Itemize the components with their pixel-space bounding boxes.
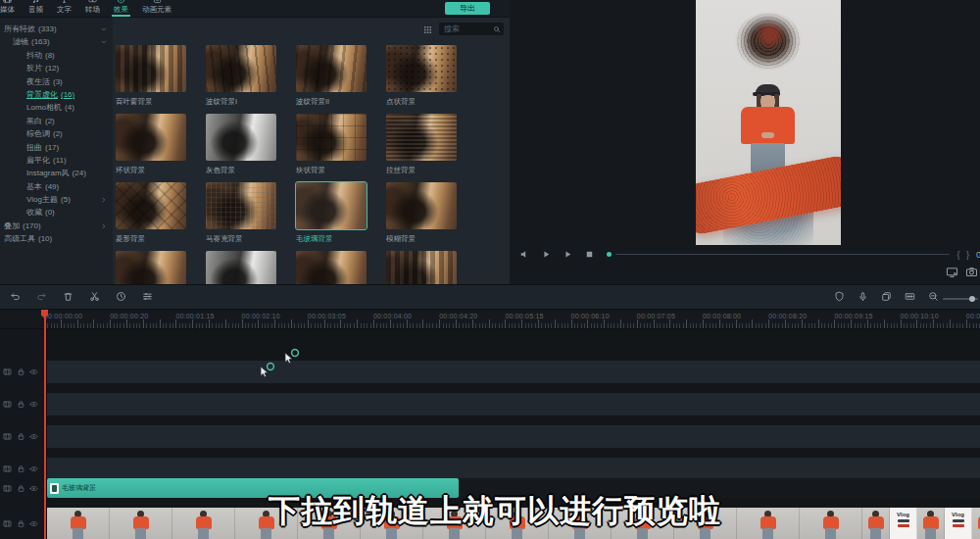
delete-icon[interactable] — [63, 291, 74, 302]
effect-thumbnail[interactable] — [116, 182, 186, 229]
effect-thumbnail[interactable] — [206, 251, 276, 284]
effect-thumbnail[interactable] — [206, 182, 276, 229]
effect-item[interactable]: 环状背景 — [116, 114, 186, 182]
effect-item[interactable]: 百叶窗背景 — [116, 45, 186, 114]
effect-item[interactable] — [296, 251, 367, 284]
timeline-track[interactable] — [47, 393, 980, 416]
effect-item[interactable]: 拉丝背景 — [386, 114, 457, 182]
effect-thumbnail[interactable] — [206, 114, 276, 161]
effect-item[interactable] — [206, 251, 276, 284]
effect-thumbnail[interactable] — [296, 114, 367, 161]
effect-thumbnail[interactable] — [116, 45, 186, 92]
track-visibility-icon[interactable] — [29, 432, 38, 441]
snapshot-camera-icon[interactable] — [965, 266, 978, 278]
mute-icon[interactable] — [519, 249, 530, 260]
sidebar-item[interactable]: 扭曲(17) — [0, 141, 113, 154]
track-visibility-icon[interactable] — [29, 519, 38, 528]
timeline-track[interactable] — [47, 458, 980, 480]
effect-thumbnail[interactable] — [206, 45, 276, 92]
effect-item[interactable]: 点状背景 — [386, 45, 457, 114]
timeline-track[interactable] — [47, 361, 980, 383]
track-manager-icon[interactable] — [142, 291, 153, 302]
effect-item[interactable]: 块状背景 — [296, 114, 367, 182]
effect-item[interactable]: 模糊背景 — [386, 182, 457, 251]
effect-item[interactable] — [116, 251, 186, 284]
effect-item[interactable]: 波纹背景II — [296, 45, 367, 114]
playhead-line[interactable] — [44, 310, 46, 539]
chevron-right-icon[interactable] — [100, 196, 108, 204]
track-lock-icon[interactable] — [17, 465, 25, 473]
track-lock-icon[interactable] — [17, 519, 25, 528]
chevron-right-icon[interactable] — [100, 222, 108, 230]
sidebar-item[interactable]: 抖动(8) — [0, 49, 113, 62]
effect-item[interactable]: 毛玻璃背景 — [296, 182, 367, 251]
record-voiceover-icon[interactable] — [858, 291, 868, 302]
timeline-zoom-slider-handle[interactable] — [969, 296, 975, 302]
track-lock-icon[interactable] — [17, 484, 25, 493]
effect-thumbnail[interactable] — [116, 114, 186, 161]
split-scissors-icon[interactable] — [89, 291, 100, 302]
search-icon[interactable] — [493, 25, 501, 33]
effect-thumbnail[interactable] — [386, 45, 457, 92]
chevron-down-icon[interactable] — [100, 25, 108, 33]
chevron-down-icon[interactable] — [100, 38, 108, 46]
sidebar-item[interactable]: Lomo相机(4) — [0, 101, 113, 114]
sidebar-item[interactable]: 所有特效(333) — [0, 23, 113, 35]
mark-in-out-icon[interactable]: { } — [956, 250, 971, 260]
track-lock-icon[interactable] — [17, 400, 25, 409]
effect-item[interactable]: 波纹背景I — [206, 45, 276, 114]
search-input[interactable] — [442, 24, 493, 33]
undo-icon[interactable] — [10, 291, 21, 302]
timeline-zoom-slider[interactable] — [943, 298, 978, 300]
play-icon[interactable] — [563, 249, 573, 260]
search-box[interactable] — [439, 23, 504, 35]
sidebar-item[interactable]: Vlog主题(5) — [0, 193, 113, 206]
effect-item[interactable]: 菱形背景 — [116, 182, 186, 251]
effect-thumbnail[interactable] — [386, 114, 457, 161]
render-shield-icon[interactable] — [834, 291, 845, 302]
sidebar-item[interactable]: 棕色调(2) — [0, 127, 113, 140]
effect-item[interactable]: 马赛克背景 — [206, 182, 276, 251]
track-lock-icon[interactable] — [17, 432, 25, 441]
effect-thumbnail[interactable] — [386, 251, 457, 284]
sidebar-item[interactable]: 黑白(2) — [0, 115, 113, 127]
zoom-to-fit-icon[interactable] — [905, 291, 915, 302]
sidebar-item[interactable]: 基本(49) — [0, 180, 113, 193]
effect-thumbnail[interactable] — [296, 45, 367, 92]
tab-effects[interactable]: 效果 — [107, 0, 135, 17]
effect-item[interactable]: 灰色背景 — [206, 114, 276, 182]
sidebar-item[interactable]: 滤镜(163) — [0, 35, 113, 48]
previous-frame-icon[interactable] — [541, 249, 552, 260]
zoom-out-icon[interactable] — [928, 291, 939, 302]
sidebar-item[interactable]: 夜生活(3) — [0, 75, 113, 88]
timeline-track[interactable] — [47, 425, 980, 448]
track-visibility-icon[interactable] — [29, 368, 38, 376]
sidebar-item[interactable]: 扁平化(11) — [0, 154, 113, 167]
tab-elements[interactable]: 动画元素 — [135, 0, 178, 17]
sidebar-item[interactable]: 收藏(0) — [0, 206, 113, 219]
grid-view-icon[interactable] — [422, 24, 433, 35]
stop-icon[interactable] — [584, 249, 595, 260]
effect-thumbnail[interactable] — [386, 182, 457, 229]
timeline-ruler[interactable]: 00:00:00:0000:00:00:2000:00:01:1500:00:0… — [0, 310, 980, 329]
snapshot-layers-icon[interactable] — [881, 291, 892, 302]
playback-progress-bar[interactable] — [615, 254, 950, 255]
effect-thumbnail[interactable] — [296, 182, 367, 229]
display-settings-icon[interactable] — [946, 266, 958, 278]
track-lock-icon[interactable] — [17, 368, 25, 376]
effect-thumbnail[interactable] — [296, 251, 367, 284]
sidebar-item[interactable]: 背景虚化(16) — [0, 88, 113, 101]
export-button[interactable]: 导出 — [445, 2, 490, 15]
effect-thumbnail[interactable] — [116, 251, 186, 284]
track-visibility-icon[interactable] — [29, 400, 38, 409]
sidebar-item[interactable]: 高级工具(10) — [0, 232, 113, 245]
redo-icon[interactable] — [36, 291, 47, 302]
effect-item[interactable] — [386, 251, 457, 284]
tab-transition[interactable]: 转场 — [78, 0, 107, 17]
sidebar-item[interactable]: Instagram风(24) — [0, 167, 113, 179]
playback-progress-handle[interactable] — [607, 252, 612, 257]
tab-media[interactable]: 媒体 — [0, 0, 22, 17]
sidebar-item[interactable]: 胶片(12) — [0, 62, 113, 74]
track-visibility-icon[interactable] — [29, 465, 38, 473]
tab-audio[interactable]: 音频 — [22, 0, 50, 17]
